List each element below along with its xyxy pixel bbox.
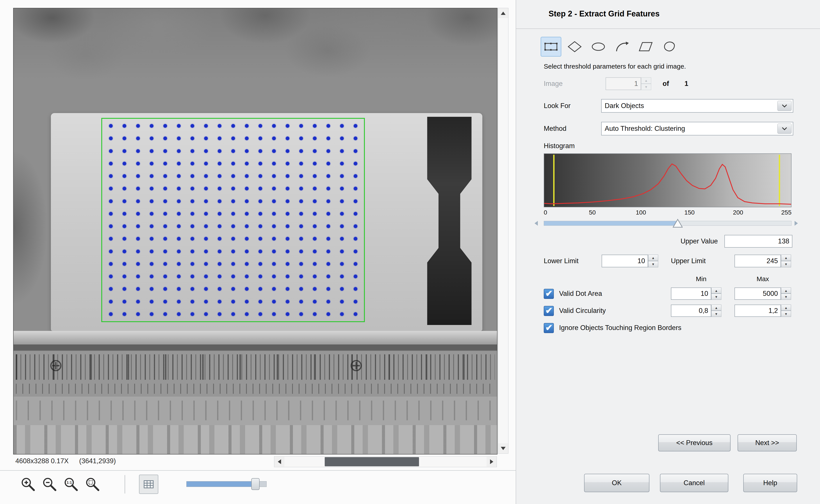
valid-dot-area-min-spinner[interactable]: ▲▼ — [711, 287, 721, 300]
zoom-in-button[interactable] — [18, 475, 38, 494]
scroll-down-button[interactable] — [498, 443, 508, 453]
ok-button[interactable]: OK — [584, 474, 649, 492]
roi-oval-icon — [591, 41, 606, 53]
valid-circularity-min-spinner[interactable]: ▲▼ — [711, 305, 721, 317]
valid-circularity-max-field[interactable]: 1,2 — [735, 305, 781, 317]
histogram-label: Histogram — [544, 141, 575, 151]
cancel-button[interactable]: Cancel — [660, 474, 728, 492]
stage-lower-band — [14, 397, 497, 425]
stage-crosshair-icon: ⊕ — [49, 357, 63, 374]
chevron-down-icon — [501, 447, 506, 450]
image-label: Image — [544, 77, 563, 90]
zoom-out-icon — [41, 476, 58, 492]
grid-overlay-button[interactable] — [139, 475, 158, 494]
image-index-field: 1 — [606, 77, 641, 90]
ruler-ticks-minor — [16, 384, 495, 394]
vertical-scrollbar[interactable] — [498, 8, 509, 454]
help-button[interactable]: Help — [743, 474, 797, 492]
lower-limit-spinner[interactable]: ▲▼ — [648, 255, 658, 267]
upper-value-label: Upper Value — [657, 235, 718, 248]
image-of-label: of — [663, 77, 669, 90]
previous-button[interactable]: << Previous — [658, 434, 731, 451]
spinner-up-icon: ▲ — [781, 287, 791, 294]
spinner-down-icon: ▼ — [781, 311, 791, 317]
zoom-one-to-one-button[interactable]: 1:1 — [61, 475, 81, 494]
stage-base — [14, 425, 497, 454]
next-button[interactable]: Next >> — [738, 434, 797, 451]
roi-annulus-icon — [614, 41, 630, 53]
scroll-up-button[interactable] — [498, 8, 508, 18]
display-slider-thumb[interactable] — [251, 478, 259, 490]
zoom-to-fit-icon — [84, 476, 101, 492]
chevron-up-icon — [501, 12, 506, 15]
image-index-spinner: ▲▼ — [641, 77, 651, 90]
chevron-down-icon — [782, 104, 787, 108]
valid-circularity-checkbox[interactable] — [544, 306, 554, 316]
ignore-borders-checkbox[interactable] — [544, 323, 554, 333]
valid-dot-area-checkbox[interactable] — [544, 289, 554, 299]
roi-tool-rotated-rectangle[interactable] — [564, 37, 585, 57]
spinner-down-icon: ▼ — [781, 261, 791, 267]
upper-value-field[interactable]: 138 — [724, 235, 792, 248]
valid-circularity-min-field[interactable]: 0,8 — [671, 305, 711, 317]
look-for-dropdown[interactable]: Dark Objects — [601, 99, 793, 113]
stage-ruler-band: ⊕ ⊕ — [14, 350, 497, 397]
method-dropdown[interactable]: Auto Threshold: Clustering — [601, 122, 793, 135]
method-label: Method — [544, 122, 566, 135]
ruler-ticks — [16, 354, 495, 380]
dropdown-arrow-button[interactable] — [777, 101, 792, 111]
spinner-down-icon: ▼ — [711, 294, 721, 300]
chevron-left-icon — [278, 459, 281, 464]
step-panel: Step 2 - Extract Grid Features — [516, 0, 820, 504]
slider-right-arrow[interactable] — [795, 221, 798, 226]
image-size-zoom-text: 4608x3288 0.17X — [15, 457, 69, 465]
valid-dot-area-max-spinner[interactable]: ▲▼ — [781, 287, 791, 300]
axis-tick-label: 200 — [733, 209, 743, 216]
spinner-down-icon: ▼ — [648, 261, 658, 267]
upper-limit-field[interactable]: 245 — [735, 255, 781, 267]
slider-left-arrow[interactable] — [535, 221, 538, 226]
roi-tool-polygon[interactable] — [635, 37, 656, 57]
roi-freehand-icon — [662, 41, 677, 53]
upper-limit-label: Upper Limit — [671, 255, 706, 267]
zoom-to-fit-button[interactable] — [83, 475, 102, 494]
chevron-right-icon — [490, 459, 493, 464]
valid-dot-area-max-field[interactable]: 5000 — [735, 287, 781, 300]
background-shadow — [14, 118, 53, 337]
roi-tool-annulus[interactable] — [612, 37, 632, 57]
grid-overlay-icon — [143, 479, 154, 490]
stage-crosshair-icon: ⊕ — [349, 357, 363, 374]
spinner-up-icon: ▲ — [781, 255, 791, 261]
instruction-text: Select threshold parameters for each gri… — [544, 63, 686, 70]
image-viewer[interactable]: ⊕ ⊕ — [13, 8, 498, 454]
scroll-right-button[interactable] — [487, 457, 497, 467]
page-title: Step 2 - Extract Grid Features — [549, 9, 660, 18]
roi-tool-rectangle[interactable] — [541, 37, 561, 57]
horizontal-scrollbar[interactable] — [274, 456, 497, 467]
valid-circularity-max-spinner[interactable]: ▲▼ — [781, 305, 791, 317]
cursor-coordinates-text: (3641,2939) — [79, 457, 116, 465]
valid-circularity-label: Valid Circularity — [559, 305, 606, 317]
horizontal-scrollbar-thumb[interactable] — [325, 457, 419, 466]
stage-groove — [14, 344, 497, 350]
roi-tool-freehand[interactable] — [659, 37, 680, 57]
zoom-out-button[interactable] — [40, 475, 59, 494]
title-divider — [516, 28, 820, 29]
threshold-slider-thumb[interactable] — [673, 218, 683, 228]
svg-text:1:1: 1:1 — [67, 481, 72, 484]
valid-dot-area-label: Valid Dot Area — [559, 287, 602, 300]
method-value: Auto Threshold: Clustering — [605, 125, 685, 133]
roi-tool-oval[interactable] — [588, 37, 609, 57]
histogram-curve — [544, 154, 791, 207]
dot-grid — [104, 120, 362, 320]
upper-limit-spinner[interactable]: ▲▼ — [781, 255, 791, 267]
threshold-slider[interactable] — [544, 221, 792, 226]
dropdown-arrow-button[interactable] — [777, 124, 792, 134]
scroll-left-button[interactable] — [274, 457, 284, 467]
lower-limit-field[interactable]: 10 — [602, 255, 648, 267]
display-slider-fill — [187, 481, 255, 487]
valid-dot-area-min-field[interactable]: 10 — [671, 287, 711, 300]
image-total-label: 1 — [685, 77, 688, 90]
ruler-ticks-sparse — [16, 401, 495, 420]
stage-front-edge — [14, 331, 497, 344]
